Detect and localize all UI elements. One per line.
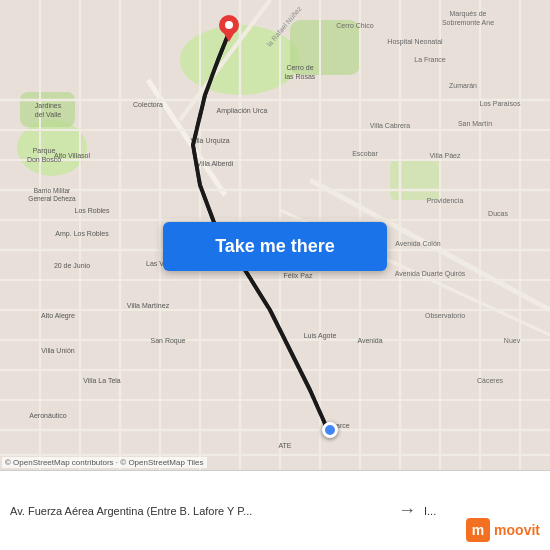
svg-text:Villa Martínez: Villa Martínez — [127, 302, 170, 309]
svg-text:Nuev: Nuev — [504, 337, 521, 344]
svg-text:Aeronáutico: Aeronáutico — [29, 412, 66, 419]
svg-text:ATE: ATE — [278, 442, 291, 449]
svg-text:Cerro Chico: Cerro Chico — [336, 22, 373, 29]
svg-text:Villa Cabrera: Villa Cabrera — [370, 122, 410, 129]
svg-text:Villa Alberdi: Villa Alberdi — [197, 160, 234, 167]
svg-text:Amp. Los Robles: Amp. Los Robles — [55, 230, 109, 238]
svg-text:San Roque: San Roque — [150, 337, 185, 345]
svg-text:Villa Urquiza: Villa Urquiza — [190, 137, 229, 145]
svg-text:las Rosas: las Rosas — [285, 73, 316, 80]
svg-text:Barrio Militar: Barrio Militar — [34, 187, 71, 194]
svg-text:Sobremonte Ane: Sobremonte Ane — [442, 19, 494, 26]
svg-text:Colectora: Colectora — [133, 101, 163, 108]
svg-text:Villa Páez: Villa Páez — [429, 152, 461, 159]
svg-text:Avenida Colón: Avenida Colón — [395, 240, 441, 247]
moovit-logo: m moovit — [466, 518, 540, 542]
map-container: Cerro Chico Marqués de Sobremonte Ane Ho… — [0, 0, 550, 470]
svg-text:Hospital Neonatal: Hospital Neonatal — [387, 38, 443, 46]
svg-text:Villa La Tela: Villa La Tela — [83, 377, 121, 384]
svg-text:Ampliación Urca: Ampliación Urca — [217, 107, 268, 115]
origin-dot — [322, 422, 338, 438]
svg-rect-5 — [390, 160, 440, 200]
svg-text:20 de Junio: 20 de Junio — [54, 262, 90, 269]
svg-rect-2 — [20, 92, 75, 127]
origin-text: Av. Fuerza Aérea Argentina (Entre B. Laf… — [10, 505, 390, 517]
svg-text:Marqués de: Marqués de — [450, 10, 487, 18]
svg-text:Cerro de: Cerro de — [286, 64, 313, 71]
moovit-logo-text: moovit — [494, 522, 540, 538]
svg-marker-84 — [222, 30, 236, 42]
svg-text:Los Robles: Los Robles — [74, 207, 110, 214]
svg-text:Luis Agote: Luis Agote — [304, 332, 337, 340]
svg-text:Alto Alegre: Alto Alegre — [41, 312, 75, 320]
svg-text:Villa Unión: Villa Unión — [41, 347, 74, 354]
arrow-icon: → — [398, 500, 416, 521]
svg-text:Cáceres: Cáceres — [477, 377, 504, 384]
svg-text:San Martín: San Martín — [458, 120, 492, 127]
svg-text:del Valle: del Valle — [35, 111, 61, 118]
bottom-bar: Av. Fuerza Aérea Argentina (Entre B. Laf… — [0, 470, 550, 550]
svg-text:Parque: Parque — [33, 147, 56, 155]
map-attribution: © OpenStreetMap contributors · © OpenStr… — [2, 457, 207, 468]
svg-text:Félix Paz: Félix Paz — [284, 272, 313, 279]
moovit-logo-icon: m — [466, 518, 490, 542]
svg-text:Los Paraísos: Los Paraísos — [480, 100, 521, 107]
svg-text:Ducas: Ducas — [488, 210, 508, 217]
svg-text:Providencia: Providencia — [427, 197, 464, 204]
svg-text:Avenida Duarte Quirós: Avenida Duarte Quirós — [395, 270, 466, 278]
svg-text:Alto Villasol: Alto Villasol — [54, 152, 91, 159]
svg-text:Escobar: Escobar — [352, 150, 378, 157]
destination-text: I... — [424, 505, 436, 517]
svg-text:Observatorio: Observatorio — [425, 312, 465, 319]
svg-point-85 — [225, 21, 233, 29]
svg-text:Jardines: Jardines — [35, 102, 62, 109]
svg-text:General Deheza: General Deheza — [28, 195, 76, 202]
take-me-there-button[interactable]: Take me there — [163, 222, 387, 271]
svg-text:m: m — [472, 522, 484, 538]
svg-text:Avenida: Avenida — [357, 337, 382, 344]
svg-text:La France: La France — [414, 56, 446, 63]
destination-pin — [218, 14, 240, 48]
svg-text:Zumarán: Zumarán — [449, 82, 477, 89]
